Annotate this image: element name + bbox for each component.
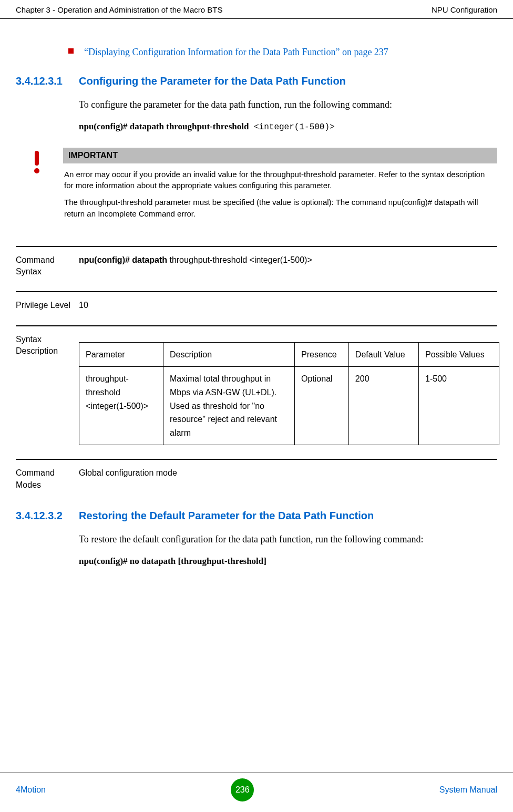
table-header: Parameter <box>79 342 163 367</box>
section-heading: 3.4.12.3.2 Restoring the Default Paramet… <box>16 510 497 522</box>
footer-left: 4Motion <box>16 785 46 795</box>
table-cell: Optional <box>295 367 349 445</box>
page-header: Chapter 3 - Operation and Administration… <box>0 0 513 19</box>
command-bold: npu(config)# datapath throughput-thresho… <box>79 121 249 131</box>
syntax-description-block: Syntax Description Parameter Description… <box>16 325 497 459</box>
section-intro: To restore the default configuration for… <box>79 531 494 548</box>
table-cell: 200 <box>348 367 418 445</box>
section-intro: To configure the parameter for the data … <box>79 97 494 113</box>
def-label: Command Syntax <box>16 254 79 278</box>
syntax-table: Parameter Description Presence Default V… <box>79 342 499 446</box>
def-label: Privilege Level <box>16 300 79 311</box>
footer-right: System Manual <box>439 785 497 795</box>
syntax-rest: throughput-threshold <integer(1-500)> <box>167 255 312 264</box>
syntax-bold: npu(config)# datapath <box>79 255 167 264</box>
table-header: Presence <box>295 342 349 367</box>
section-title: Configuring the Parameter for the Data P… <box>79 75 346 87</box>
svg-point-1 <box>34 168 39 173</box>
section-heading: 3.4.12.3.1 Configuring the Parameter for… <box>16 75 497 87</box>
def-value: Global configuration mode <box>79 467 177 491</box>
table-header: Description <box>163 342 295 367</box>
command-bold: npu(config)# no datapath [throughput-thr… <box>79 556 266 566</box>
bullet-square-icon <box>68 48 74 54</box>
command-example: npu(config)# no datapath [throughput-thr… <box>79 556 497 567</box>
important-header: IMPORTANT <box>63 148 497 163</box>
table-cell: Maximal total throughput in Mbps via ASN… <box>163 367 295 445</box>
page-footer: 4Motion 236 System Manual <box>0 773 513 801</box>
def-value: 10 <box>79 300 88 311</box>
important-icon <box>32 148 63 225</box>
table-header: Default Value <box>348 342 418 367</box>
important-paragraph: The throughput-threshold parameter must … <box>63 197 497 220</box>
table-cell: 1-500 <box>419 367 499 445</box>
table-header-row: Parameter Description Presence Default V… <box>79 342 499 367</box>
def-label: Command Modes <box>16 467 79 491</box>
table-row: throughput-threshold <integer(1-500)> Ma… <box>79 367 499 445</box>
def-value: npu(config)# datapath throughput-thresho… <box>79 254 312 278</box>
bullet-item: “Displaying Configuration Information fo… <box>68 45 497 59</box>
section-title: Restoring the Default Parameter for the … <box>79 510 374 522</box>
command-example: npu(config)# datapath throughput-thresho… <box>79 121 497 132</box>
svg-rect-0 <box>35 151 39 166</box>
privilege-level-block: Privilege Level 10 <box>16 291 497 325</box>
important-note: IMPORTANT An error may occur if you prov… <box>32 148 497 225</box>
header-right: NPU Configuration <box>432 5 497 14</box>
cross-reference-link[interactable]: “Displaying Configuration Information fo… <box>84 45 388 59</box>
page-content: “Displaying Configuration Information fo… <box>0 19 513 567</box>
important-paragraph: An error may occur if you provide an inv… <box>63 169 497 192</box>
table-header: Possible Values <box>419 342 499 367</box>
command-syntax-block: Command Syntax npu(config)# datapath thr… <box>16 246 497 292</box>
table-cell: throughput-threshold <integer(1-500)> <box>79 367 163 445</box>
header-left: Chapter 3 - Operation and Administration… <box>16 5 223 14</box>
section-number: 3.4.12.3.1 <box>16 75 79 87</box>
section-number: 3.4.12.3.2 <box>16 510 79 522</box>
command-modes-block: Command Modes Global configuration mode <box>16 459 497 505</box>
page-number: 236 <box>231 778 254 801</box>
def-value: Parameter Description Presence Default V… <box>79 334 499 446</box>
command-argument: <integer(1-500)> <box>249 122 334 132</box>
important-content: IMPORTANT An error may occur if you prov… <box>63 148 497 225</box>
def-label: Syntax Description <box>16 334 79 446</box>
